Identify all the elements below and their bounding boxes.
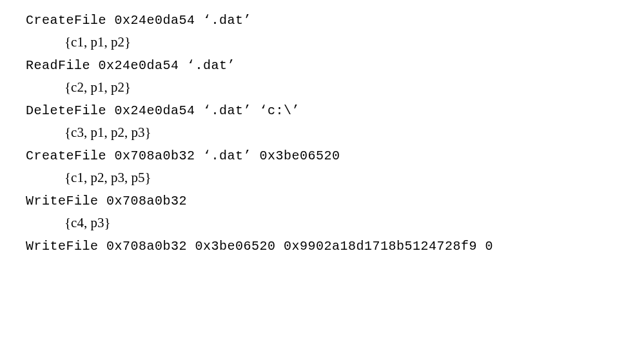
set-line: {c3, p1, p2, p3} [64,125,618,141]
log-line: WriteFile 0x708a0b32 0x3be06520 0x9902a1… [26,239,618,254]
log-line: ReadFile 0x24e0da54 ‘.dat’ [26,58,618,73]
set-line: {c1, p1, p2} [64,34,618,50]
set-line: {c1, p2, p3, p5} [64,170,618,186]
log-line: CreateFile 0x24e0da54 ‘.dat’ [26,13,618,28]
log-line: DeleteFile 0x24e0da54 ‘.dat’ ‘c:\’ [26,103,618,118]
set-line: {c2, p1, p2} [64,79,618,96]
set-line: {c4, p3} [64,215,618,231]
log-line: CreateFile 0x708a0b32 ‘.dat’ 0x3be06520 [26,148,618,163]
log-line: WriteFile 0x708a0b32 [26,194,618,208]
